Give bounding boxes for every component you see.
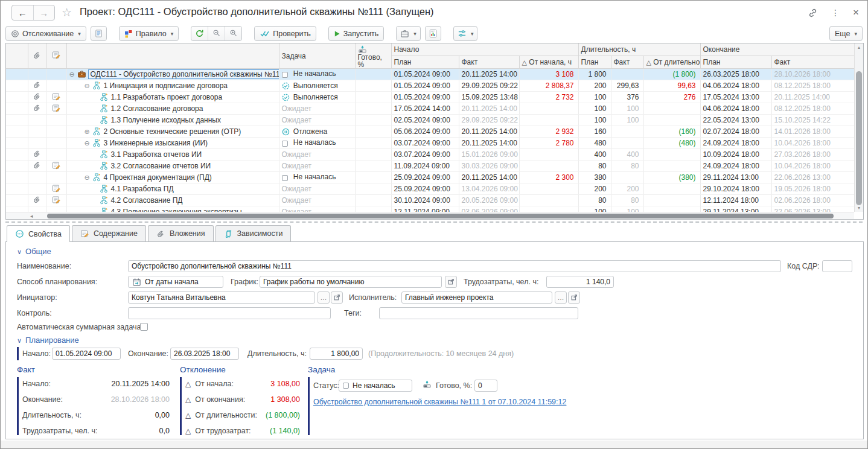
executor-open-button[interactable]: [568, 291, 580, 304]
initiator-open-button[interactable]: [331, 291, 343, 304]
row-selector-cell[interactable]: [6, 183, 28, 195]
row-selector-cell[interactable]: [6, 149, 28, 161]
vertical-scrollbar[interactable]: ▴ ▾: [854, 43, 863, 212]
row-selector-cell[interactable]: [6, 138, 28, 149]
tab-content[interactable]: Содержание: [72, 225, 146, 241]
task-name[interactable]: 2 Основные технические решения (ОТР): [104, 127, 241, 136]
start-group-header[interactable]: Начало: [391, 43, 578, 56]
end-fact-header[interactable]: Факт: [771, 56, 854, 69]
row-selector-cell[interactable]: [6, 103, 28, 115]
duration-fact-header[interactable]: Факт: [611, 56, 643, 69]
row-selector-cell[interactable]: [6, 195, 28, 206]
schedule-field[interactable]: [260, 276, 442, 288]
ready-column-header[interactable]: Готово, %: [355, 43, 391, 69]
favorite-star-icon[interactable]: ☆: [62, 5, 72, 19]
start-plan-header[interactable]: План: [391, 56, 459, 69]
table-row[interactable]: 3.1 Разработка отчетов ИИ Ожидает 03.07.…: [6, 149, 854, 161]
table-row[interactable]: 4.3 Получение заключения экспертизы Ожид…: [6, 206, 854, 212]
ready-field[interactable]: [474, 380, 497, 392]
expander-icon[interactable]: ⊖: [85, 139, 92, 147]
row-selector-cell[interactable]: [6, 206, 28, 212]
expander-icon[interactable]: ⊖: [85, 82, 92, 90]
table-row[interactable]: 1.3 Получение исходных данных Ожидает 02…: [6, 115, 854, 126]
check-button[interactable]: Проверить: [254, 26, 316, 41]
structure-button[interactable]: [91, 26, 107, 41]
tree-column-header[interactable]: [66, 43, 279, 69]
vertical-scroll-thumb[interactable]: [856, 71, 862, 205]
tags-field[interactable]: [379, 307, 578, 319]
row-selector-cell[interactable]: [6, 92, 28, 103]
plan-start-field[interactable]: [52, 348, 121, 360]
row-selector-cell[interactable]: [6, 161, 28, 172]
notes-column-header[interactable]: [46, 43, 66, 69]
start-button[interactable]: Запустить: [328, 26, 385, 41]
table-row[interactable]: 3.2 Согласование отчетов ИИ Ожидает 11.0…: [6, 161, 854, 172]
task-column-header[interactable]: Задача: [279, 43, 355, 69]
end-group-header[interactable]: Окончание: [700, 43, 854, 56]
tab-attachments[interactable]: Вложения: [148, 225, 214, 241]
zoom-out-button[interactable]: [208, 27, 225, 40]
plan-duration-field[interactable]: [310, 348, 363, 360]
row-selector-cell[interactable]: [6, 80, 28, 92]
group-planning[interactable]: ∨Планирование: [17, 336, 79, 345]
executor-field[interactable]: [401, 291, 552, 304]
row-selector-cell[interactable]: [6, 69, 28, 80]
initiator-pick-button[interactable]: …: [318, 291, 330, 304]
group-general[interactable]: ∨Общие: [17, 247, 51, 256]
tracking-button[interactable]: Отслеживание▾: [5, 26, 86, 41]
wbs-code-field[interactable]: [822, 260, 852, 272]
table-row[interactable]: 4.2 Согласование ПД Ожидает 30.10.2024 0…: [6, 195, 854, 206]
expander-icon[interactable]: ⊖: [85, 174, 92, 182]
task-name[interactable]: 1.1 Разработать проект договора: [111, 93, 223, 101]
table-row[interactable]: ⊖ОДС111 - Обустройство дополнительной ск…: [6, 69, 854, 80]
table-row[interactable]: ⊕2 Основные технические решения (ОТР) От…: [6, 126, 854, 138]
tab-properties[interactable]: Свойства: [7, 225, 70, 242]
status-field[interactable]: Не началась: [339, 380, 412, 392]
tab-dependencies[interactable]: Зависимости: [215, 225, 292, 241]
table-row[interactable]: ⊖4 Проектная документация (ПД) Не начала…: [6, 172, 854, 183]
delta-duration-header[interactable]: △ От длительнос...: [643, 56, 700, 69]
zoom-in-button[interactable]: [225, 27, 241, 40]
row-selector-cell[interactable]: [6, 115, 28, 126]
start-fact-header[interactable]: Факт: [459, 56, 519, 69]
portfolio-button[interactable]: ▾: [396, 26, 421, 41]
task-name[interactable]: 1.3 Получение исходных данных: [111, 116, 221, 124]
refresh-button[interactable]: [191, 27, 208, 40]
delta-start-header[interactable]: △ От начала, ч: [519, 56, 578, 69]
back-button[interactable]: ←: [12, 5, 34, 20]
rule-button[interactable]: Правило▾: [119, 26, 179, 41]
task-name[interactable]: 4.3 Получение заключения экспертизы: [111, 208, 242, 212]
close-icon[interactable]: ×: [853, 7, 859, 19]
duration-group-header[interactable]: Длительность, ч: [578, 43, 700, 56]
open-schedule-button[interactable]: [445, 276, 457, 288]
attachments-column-header[interactable]: [28, 43, 46, 69]
splitter[interactable]: [5, 221, 863, 223]
more-button[interactable]: Еще▾: [829, 26, 863, 41]
table-row[interactable]: ⊖1 Инициация и подписание договора Выпол…: [6, 80, 854, 92]
expander-icon[interactable]: ⊖: [69, 71, 77, 78]
plan-end-field[interactable]: [170, 348, 239, 360]
horizontal-scroll-thumb[interactable]: [47, 214, 834, 218]
horizontal-scrollbar[interactable]: ◂: [6, 212, 854, 219]
task-name[interactable]: 3.2 Согласование отчетов ИИ: [111, 162, 211, 170]
settings-button[interactable]: ▾: [453, 26, 478, 41]
forward-button[interactable]: →: [34, 5, 55, 20]
auto-summary-checkbox[interactable]: [140, 323, 148, 331]
task-name[interactable]: 3 Инженерные изыскания (ИИ): [104, 139, 208, 147]
kebab-menu-icon[interactable]: ⋮: [831, 8, 840, 18]
end-plan-header[interactable]: План: [700, 56, 771, 69]
name-field[interactable]: [128, 260, 781, 272]
row-selector-cell[interactable]: [6, 126, 28, 138]
task-name[interactable]: 4.2 Согласование ПД: [111, 196, 183, 205]
expander-icon[interactable]: ⊕: [85, 128, 92, 136]
task-name[interactable]: 1.2 Согласование договора: [111, 104, 203, 113]
link-icon[interactable]: [808, 8, 818, 18]
task-name[interactable]: 4.1 Разработка ПД: [111, 185, 174, 193]
table-row[interactable]: 1.1 Разработать проект договора Выполняе…: [6, 92, 854, 103]
table-row[interactable]: 1.2 Согласование договора Ожидает 17.05.…: [6, 103, 854, 115]
scroll-up-icon[interactable]: ▴: [855, 45, 863, 50]
task-name[interactable]: ОДС111 - Обустройство дополнительной скв…: [88, 69, 279, 79]
initiator-field[interactable]: [128, 291, 315, 304]
planning-method-field[interactable]: От даты начала: [128, 276, 223, 288]
table-row[interactable]: 4.1 Разработка ПД Ожидает 25.09.2024 09:…: [6, 183, 854, 195]
